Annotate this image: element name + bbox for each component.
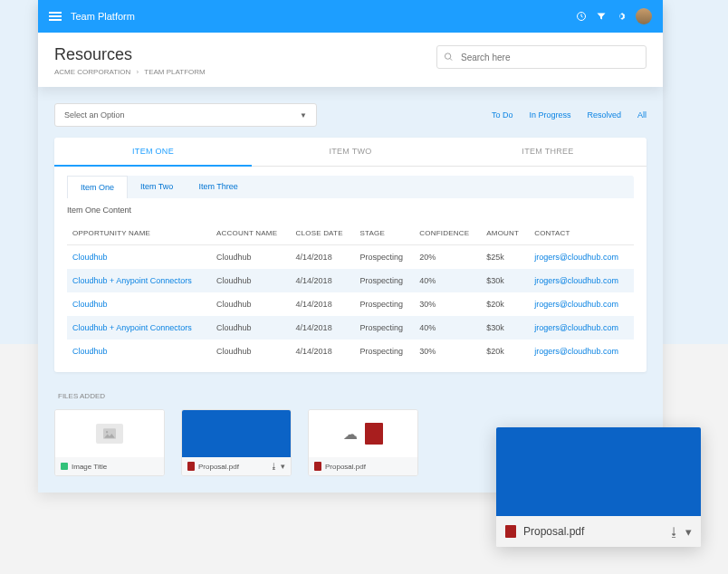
opportunity-link[interactable]: Cloudhub + Anypoint Connectors — [72, 323, 192, 332]
search-input[interactable] — [436, 45, 647, 69]
opportunity-link[interactable]: Cloudhub — [72, 347, 108, 356]
subtab-item-two[interactable]: Item Two — [128, 176, 186, 198]
contact-link[interactable]: jrogers@cloudhub.com — [534, 323, 618, 332]
file-card[interactable]: Proposal.pdf⭳▾ — [181, 409, 292, 476]
table-row: Cloudhub + Anypoint ConnectorsCloudhub4/… — [67, 316, 634, 340]
breadcrumb: ACME CORPORATION › TEAM PLATFORM — [54, 68, 206, 76]
th-acct: ACCOUNT NAME — [211, 222, 291, 245]
pdf-icon — [365, 423, 383, 445]
cell-conf: 20% — [414, 245, 481, 270]
page-header: Resources ACME CORPORATION › TEAM PLATFO… — [38, 33, 663, 87]
chevron-down-icon: ▼ — [300, 111, 307, 120]
gear-icon[interactable] — [616, 11, 627, 22]
chevron-right-icon: › — [137, 68, 139, 76]
contact-link[interactable]: jrogers@cloudhub.com — [534, 253, 618, 262]
th-contact: CONTACT — [529, 222, 634, 245]
th-date: CLOSE DATE — [291, 222, 355, 245]
app-title: Team Platform — [71, 11, 135, 22]
table-row: Cloudhub + Anypoint ConnectorsCloudhub4/… — [67, 269, 634, 292]
tab-item-one[interactable]: ITEM ONE — [54, 138, 252, 167]
sub-tab-bar: Item One Item Two Item Three — [67, 176, 634, 198]
file-title: Image Title — [72, 463, 107, 471]
th-stage: STAGE — [354, 222, 414, 245]
cell-stage: Prospecting — [354, 316, 414, 340]
subtab-item-one[interactable]: Item One — [67, 176, 128, 198]
cell-acct: Cloudhub — [211, 316, 291, 340]
cell-acct: Cloudhub — [211, 269, 291, 292]
opportunity-table: OPPORTUNITY NAME ACCOUNT NAME CLOSE DATE… — [67, 222, 634, 363]
app-header: Team Platform — [38, 0, 663, 33]
th-amt: AMOUNT — [481, 222, 529, 245]
file-card[interactable]: ☁ Proposal.pdf — [308, 409, 418, 476]
contact-link[interactable]: jrogers@cloudhub.com — [534, 347, 618, 356]
cell-amt: $20k — [481, 292, 529, 316]
contact-link[interactable]: jrogers@cloudhub.com — [534, 276, 618, 285]
download-icon[interactable]: ⭳ — [668, 525, 680, 539]
tab-item-two[interactable]: ITEM TWO — [252, 138, 449, 166]
status-all[interactable]: All — [637, 110, 647, 120]
pdf-icon — [187, 462, 195, 471]
status-in-progress[interactable]: In Progress — [529, 110, 570, 120]
chevron-down-icon[interactable]: ▾ — [281, 462, 285, 471]
file-footer: Image Title — [55, 457, 164, 475]
cell-amt: $30k — [481, 316, 529, 340]
menu-icon[interactable] — [49, 12, 62, 21]
files-section-label: FILES ADDED — [58, 392, 643, 400]
cell-amt: $25k — [481, 245, 529, 270]
chevron-down-icon[interactable]: ▾ — [685, 525, 692, 539]
popup-file-name: Proposal.pdf — [523, 525, 584, 538]
file-title: Proposal.pdf — [325, 463, 366, 471]
cell-date: 4/14/2018 — [291, 269, 355, 292]
tab-content-label: Item One Content — [67, 206, 634, 215]
file-preview-popup: Proposal.pdf ⭳ ▾ — [496, 427, 701, 547]
file-preview — [182, 410, 291, 457]
cell-date: 4/14/2018 — [291, 316, 355, 340]
file-title: Proposal.pdf — [198, 463, 239, 471]
cloud-icon: ☁ — [343, 426, 358, 443]
option-select[interactable]: Select an Option ▼ — [54, 103, 317, 127]
opportunity-link[interactable]: Cloudhub — [72, 300, 108, 309]
cell-date: 4/14/2018 — [291, 340, 355, 363]
image-placeholder-icon — [96, 424, 123, 444]
status-todo[interactable]: To Do — [492, 110, 513, 120]
opportunity-link[interactable]: Cloudhub + Anypoint Connectors — [72, 276, 192, 285]
breadcrumb-item[interactable]: ACME CORPORATION — [54, 68, 130, 76]
status-resolved[interactable]: Resolved — [587, 110, 621, 120]
pdf-icon — [314, 462, 321, 471]
page-title: Resources — [54, 45, 206, 64]
subtab-item-three[interactable]: Item Three — [186, 176, 250, 198]
file-footer: Proposal.pdf — [309, 457, 417, 475]
file-card[interactable]: Image Title — [54, 409, 165, 476]
cell-stage: Prospecting — [354, 340, 414, 363]
cell-date: 4/14/2018 — [291, 292, 355, 316]
contact-link[interactable]: jrogers@cloudhub.com — [534, 300, 618, 309]
file-footer: Proposal.pdf⭳▾ — [182, 457, 291, 475]
image-icon — [61, 463, 68, 470]
avatar[interactable] — [636, 8, 652, 24]
popup-preview-area[interactable] — [496, 427, 701, 516]
pdf-icon — [505, 525, 516, 538]
svg-point-1 — [445, 53, 450, 59]
status-filter-group: To Do In Progress Resolved All — [492, 110, 647, 120]
th-conf: CONFIDENCE — [414, 222, 481, 245]
cell-date: 4/14/2018 — [291, 245, 355, 270]
cell-acct: Cloudhub — [211, 245, 291, 270]
search-icon — [444, 53, 454, 62]
cell-stage: Prospecting — [354, 245, 414, 270]
table-row: CloudhubCloudhub4/14/2018Prospecting30%$… — [67, 340, 634, 363]
breadcrumb-item[interactable]: TEAM PLATFORM — [144, 68, 205, 76]
download-icon[interactable]: ⭳ — [270, 462, 278, 471]
cell-amt: $30k — [481, 269, 529, 292]
cell-stage: Prospecting — [354, 269, 414, 292]
big-tab-bar: ITEM ONE ITEM TWO ITEM THREE — [54, 138, 647, 167]
opportunity-link[interactable]: Cloudhub — [72, 253, 108, 262]
svg-point-3 — [106, 431, 108, 433]
cell-acct: Cloudhub — [211, 340, 291, 363]
cell-conf: 30% — [414, 340, 481, 363]
filter-icon[interactable] — [596, 11, 607, 22]
select-label: Select an Option — [64, 110, 125, 120]
clock-icon[interactable] — [576, 11, 587, 22]
tab-item-three[interactable]: ITEM THREE — [449, 138, 647, 166]
table-row: CloudhubCloudhub4/14/2018Prospecting20%$… — [67, 245, 634, 270]
cell-conf: 40% — [414, 316, 481, 340]
